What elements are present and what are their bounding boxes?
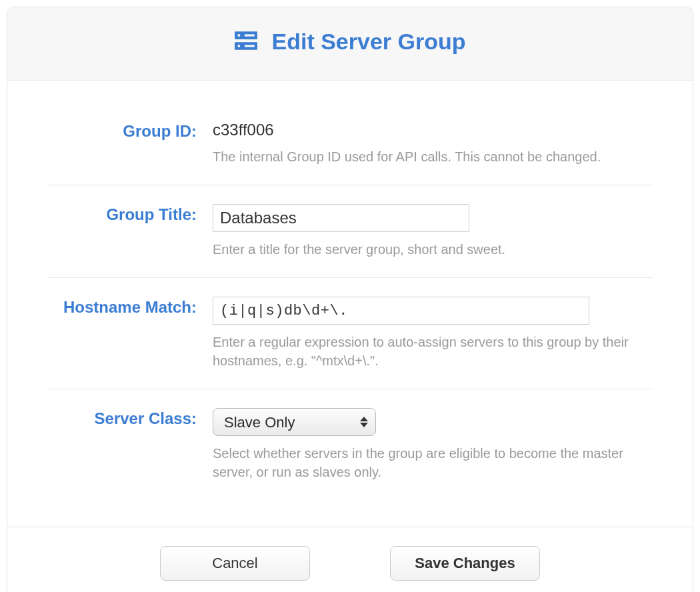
group-title-help: Enter a title for the server group, shor… [213,240,653,259]
cancel-button[interactable]: Cancel [160,546,310,581]
dialog-title-wrap: Edit Server Group [235,29,466,55]
svg-point-3 [237,45,240,47]
server-class-row: Server Class: Slave Only Select whether … [47,408,653,500]
hostname-match-help: Enter a regular expression to auto-assig… [213,333,653,370]
group-title-label: Group Title: [47,204,213,259]
dialog-footer: Cancel Save Changes [7,527,693,592]
dialog-header: Edit Server Group [7,7,693,81]
svg-rect-4 [244,34,254,36]
server-class-select[interactable]: Slave Only [213,408,376,436]
svg-rect-5 [244,45,254,47]
edit-server-group-dialog: Edit Server Group Group ID: c33ff006 The… [7,7,693,592]
server-icon [235,31,257,53]
group-title-input[interactable] [213,204,469,232]
save-changes-button[interactable]: Save Changes [390,546,540,581]
dialog-title: Edit Server Group [272,29,466,55]
dialog-body: Group ID: c33ff006 The internal Group ID… [7,81,693,527]
group-id-row: Group ID: c33ff006 The internal Group ID… [47,121,653,185]
group-id-label: Group ID: [47,121,213,166]
hostname-match-input[interactable] [213,297,589,325]
hostname-match-row: Hostname Match: Enter a regular expressi… [47,297,653,389]
hostname-match-label: Hostname Match: [47,297,213,370]
server-class-select-wrap: Slave Only [213,408,376,436]
server-class-help: Select whether servers in the group are … [213,444,653,481]
group-id-help: The internal Group ID used for API calls… [213,147,653,166]
group-title-row: Group Title: Enter a title for the serve… [47,204,653,278]
group-id-value: c33ff006 [213,121,653,139]
server-class-label: Server Class: [47,408,213,481]
svg-point-2 [237,34,240,37]
